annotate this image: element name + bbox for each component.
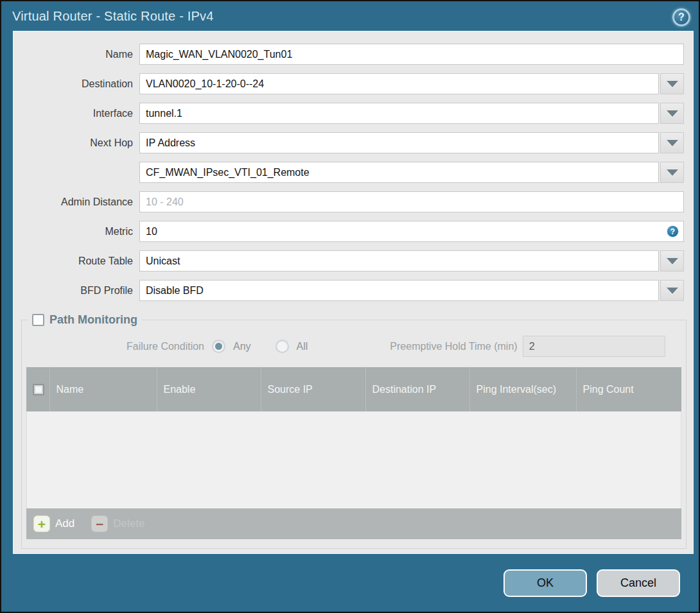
column-header-enable[interactable]: Enable xyxy=(157,367,261,411)
destination-input[interactable] xyxy=(139,73,659,94)
chevron-down-icon xyxy=(667,81,678,87)
add-icon: + xyxy=(33,515,50,532)
destination-row: Destination xyxy=(13,73,684,94)
name-row: Name xyxy=(13,44,684,65)
next-hop-address-dropdown-button[interactable] xyxy=(660,162,684,183)
radio-all-label: All xyxy=(297,341,308,352)
column-header-source-ip[interactable]: Source IP xyxy=(261,367,365,411)
table-body-empty xyxy=(26,411,681,508)
failure-condition-any-option[interactable]: Any xyxy=(212,340,251,353)
bfd-profile-row: BFD Profile xyxy=(13,280,684,301)
interface-input[interactable] xyxy=(139,103,659,124)
chevron-down-icon xyxy=(667,140,678,146)
failure-condition-row: Failure Condition Any All Preemptive Hol… xyxy=(26,336,676,357)
admin-distance-row: Admin Distance xyxy=(13,191,684,212)
bfd-profile-label: BFD Profile xyxy=(13,285,139,297)
path-monitoring-checkbox[interactable] xyxy=(32,314,44,326)
select-all-cell xyxy=(26,367,49,411)
name-label: Name xyxy=(13,49,139,60)
failure-condition-label: Failure Condition xyxy=(26,341,212,352)
route-table-input[interactable] xyxy=(139,250,659,272)
metric-row: Metric ? xyxy=(13,221,684,242)
interface-dropdown-button[interactable] xyxy=(660,103,684,124)
table-footer-bar: + Add − Delete xyxy=(26,508,681,539)
path-monitoring-legend: Path Monitoring xyxy=(28,313,141,327)
chevron-down-icon xyxy=(667,258,678,264)
preemptive-hold-time-label: Preemptive Hold Time (min) xyxy=(390,341,517,352)
preemptive-hold-time-input[interactable] xyxy=(523,336,665,357)
metric-label: Metric xyxy=(13,226,139,237)
bfd-profile-input[interactable] xyxy=(139,280,659,301)
next-hop-address-row xyxy=(13,162,684,183)
route-table-dropdown-button[interactable] xyxy=(660,250,684,272)
interface-label: Interface xyxy=(13,108,139,119)
interface-row: Interface xyxy=(13,103,684,124)
dialog-titlebar: Virtual Router - Static Route - IPv4 ? xyxy=(1,1,699,31)
dialog-title: Virtual Router - Static Route - IPv4 xyxy=(12,9,214,24)
name-input[interactable] xyxy=(139,44,684,65)
column-header-ping-interval[interactable]: Ping Interval(sec) xyxy=(469,367,576,411)
chevron-down-icon xyxy=(667,169,678,176)
delete-button[interactable]: − Delete xyxy=(91,515,144,532)
table-header-row: Name Enable Source IP Destination IP Pin… xyxy=(26,367,681,411)
bfd-profile-dropdown-button[interactable] xyxy=(660,280,684,301)
next-hop-type-dropdown-button[interactable] xyxy=(660,132,684,153)
path-monitoring-title: Path Monitoring xyxy=(49,313,137,327)
next-hop-label: Next Hop xyxy=(13,137,139,149)
dialog-footer: OK Cancel xyxy=(1,554,699,612)
static-route-dialog: Virtual Router - Static Route - IPv4 ? N… xyxy=(0,0,700,613)
metric-help-icon[interactable]: ? xyxy=(667,225,679,237)
add-button-label: Add xyxy=(55,517,74,530)
next-hop-row: Next Hop xyxy=(13,132,684,153)
path-monitoring-section: Path Monitoring Failure Condition Any Al… xyxy=(21,313,687,549)
failure-condition-radio-group: Any All xyxy=(212,340,308,353)
select-all-checkbox[interactable] xyxy=(33,384,44,395)
column-header-destination-ip[interactable]: Destination IP xyxy=(365,367,469,411)
destination-dropdown-button[interactable] xyxy=(660,73,684,94)
metric-input[interactable] xyxy=(139,221,684,242)
radio-any-label: Any xyxy=(233,341,251,352)
admin-distance-label: Admin Distance xyxy=(13,196,139,208)
help-icon[interactable]: ? xyxy=(672,8,690,26)
radio-all-icon[interactable] xyxy=(276,340,289,353)
destination-label: Destination xyxy=(13,78,139,90)
dialog-content: Name Destination Interface xyxy=(13,31,694,554)
route-table-label: Route Table xyxy=(13,255,139,267)
add-button[interactable]: + Add xyxy=(33,515,74,532)
delete-icon: − xyxy=(91,515,108,532)
column-header-name[interactable]: Name xyxy=(49,367,157,411)
column-header-ping-count[interactable]: Ping Count xyxy=(576,367,681,411)
ok-button[interactable]: OK xyxy=(503,569,587,597)
chevron-down-icon xyxy=(667,288,678,294)
next-hop-type-input[interactable] xyxy=(139,132,659,153)
delete-button-label: Delete xyxy=(113,517,144,530)
path-monitoring-table: Name Enable Source IP Destination IP Pin… xyxy=(26,367,681,539)
route-table-row: Route Table xyxy=(13,250,684,272)
failure-condition-all-option[interactable]: All xyxy=(276,340,308,353)
cancel-button[interactable]: Cancel xyxy=(597,569,680,597)
radio-any-icon[interactable] xyxy=(212,340,225,353)
next-hop-address-input[interactable] xyxy=(139,162,659,183)
chevron-down-icon xyxy=(667,110,678,117)
admin-distance-input[interactable] xyxy=(139,191,684,212)
